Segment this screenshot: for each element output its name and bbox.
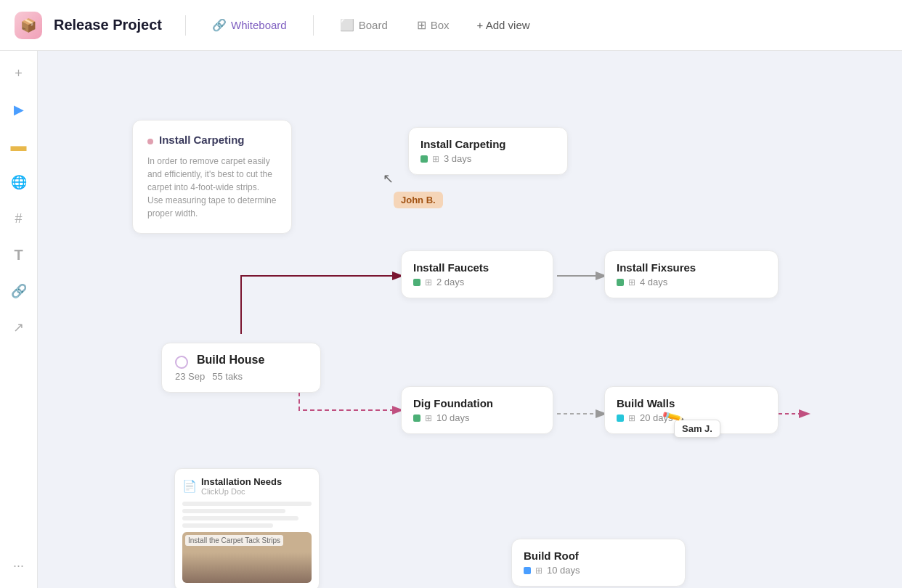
clock-icon: ⊞	[535, 565, 543, 576]
house-circle-icon	[175, 356, 188, 369]
sidebar: + ▶ ▬ 🌐 # T 🔗 ↗ ···	[0, 51, 38, 588]
app-icon: 📦	[15, 12, 42, 39]
header-divider	[185, 15, 186, 36]
card-status-dot	[617, 279, 624, 286]
tab-whiteboard[interactable]: 🔗 Whiteboard	[203, 14, 296, 36]
badge-sam: Sam J.	[674, 420, 720, 438]
badge-john: John B.	[394, 192, 443, 208]
sidebar-sticky[interactable]: ▬	[8, 135, 30, 157]
sidebar-grid[interactable]: #	[8, 208, 30, 229]
card-install-carpeting-small[interactable]: Install Carpeting ⊞ 3 days	[408, 127, 568, 175]
cursor-pointer: ↖	[383, 171, 394, 187]
box-icon: ⊞	[417, 18, 426, 32]
header: 📦 Release Project 🔗 Whiteboard ⬜ Board ⊞…	[0, 0, 902, 51]
card-status-dot	[524, 567, 531, 574]
sidebar-text[interactable]: T	[8, 244, 30, 266]
clock-icon: ⊞	[628, 277, 635, 287]
card-status-dot	[413, 415, 420, 422]
card-install-faucets[interactable]: Install Faucets ⊞ 2 days	[401, 250, 553, 298]
card-build-house[interactable]: Build House 23 Sep 55 taks	[161, 343, 321, 393]
sidebar-globe[interactable]: 🌐	[8, 171, 30, 193]
board-icon: ⬜	[340, 18, 354, 32]
doc-image: Install the Carpet Tack Strips	[182, 532, 312, 583]
card-doc-installation[interactable]: 📄 Installation Needs ClickUp Doc Install…	[174, 468, 320, 588]
clock-icon: ⊞	[425, 277, 432, 287]
whiteboard-icon: 🔗	[212, 18, 227, 32]
tab-board[interactable]: ⬜ Board	[331, 14, 397, 36]
header-divider2	[313, 15, 314, 36]
card-status-dot	[413, 279, 420, 286]
tab-box[interactable]: ⊞ Box	[408, 14, 458, 36]
sidebar-link[interactable]: 🔗	[8, 280, 30, 302]
sidebar-play[interactable]: ▶	[8, 99, 30, 121]
card-build-roof[interactable]: Build Roof ⊞ 10 days	[511, 539, 686, 587]
sidebar-plus[interactable]: +	[8, 62, 30, 84]
project-title: Release Project	[54, 17, 162, 33]
clock-icon: ⊞	[425, 413, 432, 423]
card-dig-foundation[interactable]: Dig Foundation ⊞ 10 days	[401, 386, 553, 434]
doc-icon: 📄	[182, 479, 197, 493]
card-status-dot	[420, 155, 428, 163]
clock-icon: ⊞	[432, 154, 439, 164]
card-install-carpeting-large[interactable]: Install Carpeting In order to remove car…	[132, 120, 292, 234]
add-view-button[interactable]: + Add view	[470, 15, 537, 36]
sidebar-arrow[interactable]: ↗	[8, 317, 30, 338]
card-status-dot	[617, 415, 624, 422]
sidebar-more[interactable]: ···	[8, 555, 30, 576]
card-dot	[147, 139, 153, 144]
doc-lines	[182, 502, 312, 528]
clock-icon: ⊞	[628, 413, 635, 423]
card-install-fixsures[interactable]: Install Fixsures ⊞ 4 days	[604, 250, 779, 298]
whiteboard-canvas: Install Carpeting In order to remove car…	[38, 51, 902, 588]
